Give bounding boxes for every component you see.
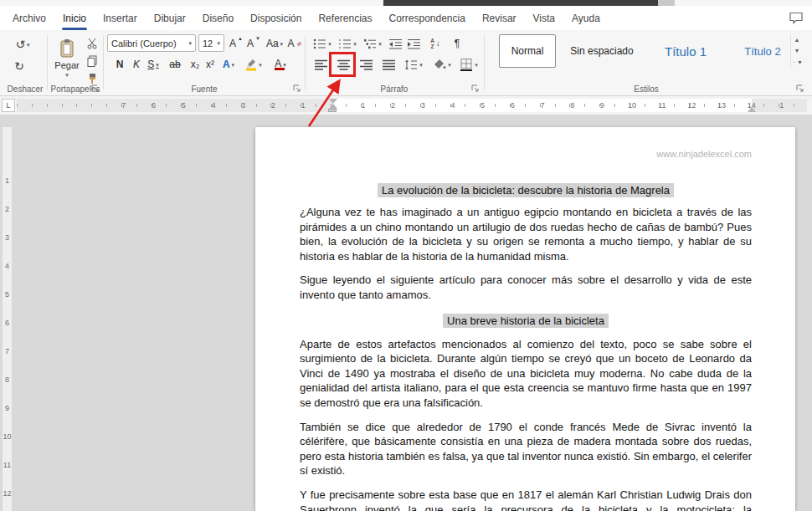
left-indent-marker[interactable]	[328, 109, 337, 112]
group-separator	[305, 36, 306, 89]
justify-button[interactable]	[379, 55, 398, 74]
document-subheading[interactable]: Una breve historia de la bicicleta	[300, 314, 752, 327]
chevron-down-icon: ▾	[328, 41, 331, 47]
highlight-button[interactable]: ▾	[242, 55, 265, 74]
document-paragraph[interactable]: Y fue precisamente sobre esta base que e…	[300, 488, 752, 511]
style-titulo-2[interactable]: Título 2	[730, 34, 795, 68]
align-right-button[interactable]	[357, 55, 375, 74]
style-normal[interactable]: Normal	[499, 34, 556, 68]
style-titulo-1[interactable]: Título 1	[650, 34, 722, 68]
tab-insertar[interactable]: Insertar	[95, 6, 146, 30]
dialog-launcher-icon[interactable]	[293, 84, 301, 93]
strikethrough-button[interactable]: ab	[167, 55, 183, 74]
tab-revisar[interactable]: Revisar	[474, 6, 525, 30]
decrease-indent-button[interactable]	[387, 34, 403, 53]
style-gallery-arrows: ▲ ▼ ▼	[790, 34, 803, 68]
tab-diseno[interactable]: Diseño	[194, 6, 242, 30]
clear-formatting-button[interactable]: A	[286, 34, 303, 53]
dialog-launcher-icon[interactable]	[91, 84, 100, 93]
show-marks-button[interactable]: ¶	[449, 34, 465, 53]
bullets-button[interactable]: ▾	[311, 34, 333, 53]
numbering-button[interactable]: ▾	[337, 34, 358, 53]
font-size-value: 12	[203, 38, 213, 49]
comment-icon[interactable]	[789, 6, 812, 30]
horizontal-ruler[interactable]: L 7654321 1234567891011121314 1	[0, 96, 812, 115]
right-indent-marker[interactable]	[748, 107, 756, 112]
group-separator	[103, 36, 104, 89]
increase-indent-button[interactable]	[405, 34, 422, 53]
document-paragraph[interactable]: Aparte de estos artefactos mencionados a…	[300, 337, 752, 411]
tab-stop-selector[interactable]: L	[2, 99, 15, 112]
align-left-icon	[314, 59, 328, 70]
subscript-button[interactable]: x₂	[187, 55, 203, 74]
ruler-number: 6	[497, 100, 527, 111]
superscript-button[interactable]: x²	[202, 55, 218, 74]
align-right-icon	[359, 59, 373, 70]
document-page[interactable]: www.ninjadelexcel.com La evolución de la…	[255, 127, 795, 511]
align-left-button[interactable]	[311, 55, 330, 74]
document-paragraph[interactable]: También se dice que alrededor de 1790 el…	[300, 420, 752, 478]
document-paragraph[interactable]: ¿Alguna vez te has imaginado a un antigu…	[300, 205, 752, 263]
tab-vista[interactable]: Vista	[525, 6, 563, 30]
grow-font-button[interactable]: A▲	[228, 34, 244, 53]
borders-button[interactable]: ▾	[457, 55, 481, 74]
line-spacing-button[interactable]: ▾	[402, 55, 425, 74]
italic-button[interactable]: K	[128, 55, 145, 74]
change-case-button[interactable]: Aa▾	[264, 34, 285, 53]
ruler-number: 1	[0, 166, 14, 195]
ruler-number: 6	[139, 100, 169, 111]
undo-button[interactable]: ↺▾	[10, 35, 35, 54]
multilevel-list-button[interactable]: ▾	[362, 34, 383, 53]
group-caption-fuente: Fuente	[105, 84, 304, 94]
paste-button[interactable]: Pegar ▾	[51, 33, 83, 83]
subscript-label: x₂	[191, 59, 200, 70]
ruler-number: 8	[558, 100, 588, 111]
chevron-down-icon: ▾	[259, 62, 262, 68]
tab-disposicion[interactable]: Disposición	[242, 6, 310, 30]
document-title[interactable]: La evolución de la bicicleta: descubre l…	[300, 184, 752, 197]
chevron-down-icon: ▾	[448, 62, 451, 68]
chevron-down-icon: ▾	[232, 62, 235, 68]
grow-font-label: A	[229, 38, 236, 49]
vertical-ruler-numbers: 123456789101112	[0, 166, 14, 508]
text-effects-button[interactable]: A▾	[218, 55, 239, 74]
gallery-more-icon[interactable]: ▼	[791, 57, 803, 68]
ruler-number: 4	[438, 100, 468, 111]
scissors-icon	[86, 38, 98, 49]
tab-inicio[interactable]: Inicio	[54, 6, 95, 30]
highlighter-icon	[245, 58, 257, 71]
ruler-number: 6	[0, 309, 14, 337]
font-color-button[interactable]: A ▾	[269, 55, 292, 74]
dialog-launcher-icon[interactable]	[796, 84, 804, 93]
style-sin-espaciado[interactable]: Sin espaciado	[563, 34, 641, 68]
redo-icon: ↻	[14, 60, 24, 72]
font-name-combobox[interactable]: Calibri (Cuerpo)▾	[107, 34, 196, 52]
copy-button[interactable]	[84, 52, 100, 70]
tab-dibujar[interactable]: Dibujar	[146, 6, 194, 30]
bold-button[interactable]: N	[111, 55, 128, 74]
multilevel-list-icon	[363, 38, 377, 49]
ribbon-tab-bar: Archivo Inicio Insertar Dibujar Diseño D…	[0, 6, 812, 30]
italic-label: K	[133, 59, 140, 70]
chevron-down-icon: ▾	[217, 40, 220, 46]
sort-button[interactable]: AZ ↓	[425, 34, 445, 53]
group-caption-estilos: Estilos	[486, 84, 807, 94]
ruler-number: 3	[408, 100, 438, 111]
document-paragraph[interactable]: Sigue leyendo el siguiente artículo para…	[300, 273, 752, 302]
tab-archivo[interactable]: Archivo	[4, 6, 54, 30]
font-size-combobox[interactable]: 12▾	[198, 34, 224, 52]
redo-button[interactable]: ↻	[10, 57, 28, 75]
dialog-launcher-icon[interactable]	[471, 84, 480, 93]
shading-button[interactable]: ▾	[430, 55, 454, 74]
ruler-number: 1	[348, 100, 378, 111]
vertical-ruler[interactable]: 123456789101112	[0, 115, 14, 511]
tab-correspondencia[interactable]: Correspondencia	[380, 6, 473, 30]
underline-button[interactable]: S▾	[143, 55, 163, 74]
gallery-down-icon[interactable]: ▼	[791, 45, 803, 56]
chevron-down-icon: ▾	[27, 42, 30, 48]
cut-button[interactable]	[84, 34, 100, 53]
shrink-font-button[interactable]: A▼	[245, 34, 262, 53]
tab-referencias[interactable]: Referencias	[310, 6, 380, 30]
tab-ayuda[interactable]: Ayuda	[563, 6, 609, 30]
gallery-up-icon[interactable]: ▲	[791, 34, 803, 45]
